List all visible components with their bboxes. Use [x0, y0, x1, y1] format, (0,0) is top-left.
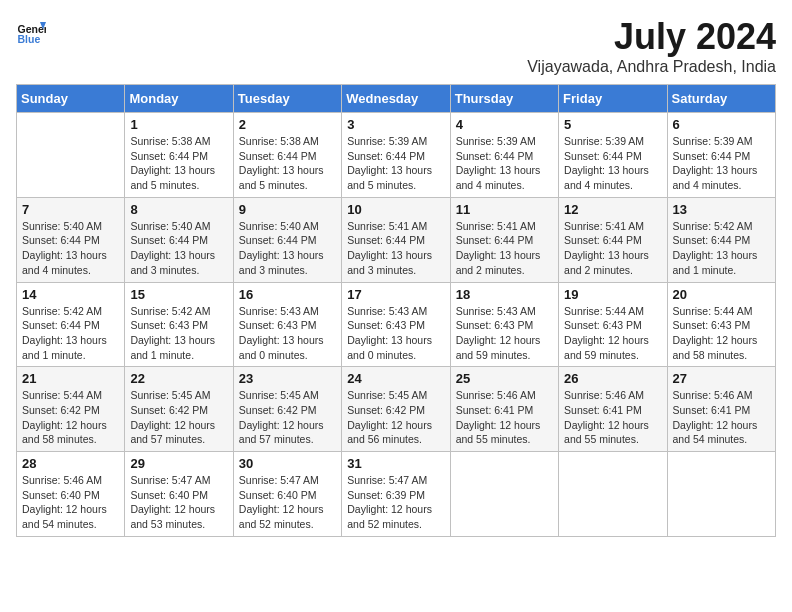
calendar-cell: 13Sunrise: 5:42 AM Sunset: 6:44 PM Dayli… [667, 197, 775, 282]
calendar-cell [667, 452, 775, 537]
weekday-header-thursday: Thursday [450, 85, 558, 113]
day-number: 12 [564, 202, 661, 217]
day-info: Sunrise: 5:46 AM Sunset: 6:41 PM Dayligh… [564, 388, 661, 447]
calendar-cell: 15Sunrise: 5:42 AM Sunset: 6:43 PM Dayli… [125, 282, 233, 367]
day-info: Sunrise: 5:43 AM Sunset: 6:43 PM Dayligh… [456, 304, 553, 363]
calendar-cell: 26Sunrise: 5:46 AM Sunset: 6:41 PM Dayli… [559, 367, 667, 452]
weekday-header-monday: Monday [125, 85, 233, 113]
day-info: Sunrise: 5:47 AM Sunset: 6:40 PM Dayligh… [239, 473, 336, 532]
calendar-week-row: 21Sunrise: 5:44 AM Sunset: 6:42 PM Dayli… [17, 367, 776, 452]
calendar-week-row: 7Sunrise: 5:40 AM Sunset: 6:44 PM Daylig… [17, 197, 776, 282]
location: Vijayawada, Andhra Pradesh, India [527, 58, 776, 76]
day-number: 19 [564, 287, 661, 302]
day-number: 13 [673, 202, 770, 217]
calendar-cell: 18Sunrise: 5:43 AM Sunset: 6:43 PM Dayli… [450, 282, 558, 367]
calendar-cell: 24Sunrise: 5:45 AM Sunset: 6:42 PM Dayli… [342, 367, 450, 452]
calendar-week-row: 14Sunrise: 5:42 AM Sunset: 6:44 PM Dayli… [17, 282, 776, 367]
title-block: July 2024 Vijayawada, Andhra Pradesh, In… [527, 16, 776, 76]
day-number: 25 [456, 371, 553, 386]
day-number: 8 [130, 202, 227, 217]
day-number: 24 [347, 371, 444, 386]
day-info: Sunrise: 5:41 AM Sunset: 6:44 PM Dayligh… [456, 219, 553, 278]
calendar-cell: 30Sunrise: 5:47 AM Sunset: 6:40 PM Dayli… [233, 452, 341, 537]
calendar-cell: 14Sunrise: 5:42 AM Sunset: 6:44 PM Dayli… [17, 282, 125, 367]
calendar-cell: 8Sunrise: 5:40 AM Sunset: 6:44 PM Daylig… [125, 197, 233, 282]
calendar-header-row: SundayMondayTuesdayWednesdayThursdayFrid… [17, 85, 776, 113]
svg-text:Blue: Blue [18, 33, 41, 45]
day-info: Sunrise: 5:44 AM Sunset: 6:42 PM Dayligh… [22, 388, 119, 447]
day-number: 15 [130, 287, 227, 302]
day-info: Sunrise: 5:47 AM Sunset: 6:40 PM Dayligh… [130, 473, 227, 532]
day-number: 23 [239, 371, 336, 386]
calendar-week-row: 28Sunrise: 5:46 AM Sunset: 6:40 PM Dayli… [17, 452, 776, 537]
day-number: 10 [347, 202, 444, 217]
day-info: Sunrise: 5:40 AM Sunset: 6:44 PM Dayligh… [239, 219, 336, 278]
day-info: Sunrise: 5:44 AM Sunset: 6:43 PM Dayligh… [564, 304, 661, 363]
day-info: Sunrise: 5:46 AM Sunset: 6:41 PM Dayligh… [673, 388, 770, 447]
calendar-cell [450, 452, 558, 537]
day-info: Sunrise: 5:38 AM Sunset: 6:44 PM Dayligh… [130, 134, 227, 193]
logo: General Blue [16, 16, 46, 46]
calendar-cell: 1Sunrise: 5:38 AM Sunset: 6:44 PM Daylig… [125, 113, 233, 198]
calendar-cell: 29Sunrise: 5:47 AM Sunset: 6:40 PM Dayli… [125, 452, 233, 537]
day-number: 21 [22, 371, 119, 386]
day-info: Sunrise: 5:39 AM Sunset: 6:44 PM Dayligh… [564, 134, 661, 193]
calendar-cell: 16Sunrise: 5:43 AM Sunset: 6:43 PM Dayli… [233, 282, 341, 367]
calendar-cell: 25Sunrise: 5:46 AM Sunset: 6:41 PM Dayli… [450, 367, 558, 452]
day-info: Sunrise: 5:47 AM Sunset: 6:39 PM Dayligh… [347, 473, 444, 532]
calendar-cell: 9Sunrise: 5:40 AM Sunset: 6:44 PM Daylig… [233, 197, 341, 282]
calendar-cell [559, 452, 667, 537]
weekday-header-wednesday: Wednesday [342, 85, 450, 113]
weekday-header-tuesday: Tuesday [233, 85, 341, 113]
day-info: Sunrise: 5:45 AM Sunset: 6:42 PM Dayligh… [239, 388, 336, 447]
calendar-cell: 23Sunrise: 5:45 AM Sunset: 6:42 PM Dayli… [233, 367, 341, 452]
day-number: 22 [130, 371, 227, 386]
month-title: July 2024 [527, 16, 776, 58]
day-number: 29 [130, 456, 227, 471]
calendar-cell: 12Sunrise: 5:41 AM Sunset: 6:44 PM Dayli… [559, 197, 667, 282]
calendar-week-row: 1Sunrise: 5:38 AM Sunset: 6:44 PM Daylig… [17, 113, 776, 198]
day-info: Sunrise: 5:46 AM Sunset: 6:41 PM Dayligh… [456, 388, 553, 447]
calendar-cell: 3Sunrise: 5:39 AM Sunset: 6:44 PM Daylig… [342, 113, 450, 198]
calendar-cell: 19Sunrise: 5:44 AM Sunset: 6:43 PM Dayli… [559, 282, 667, 367]
page-header: General Blue July 2024 Vijayawada, Andhr… [16, 16, 776, 76]
calendar-cell: 27Sunrise: 5:46 AM Sunset: 6:41 PM Dayli… [667, 367, 775, 452]
day-number: 26 [564, 371, 661, 386]
calendar-cell: 31Sunrise: 5:47 AM Sunset: 6:39 PM Dayli… [342, 452, 450, 537]
day-info: Sunrise: 5:41 AM Sunset: 6:44 PM Dayligh… [564, 219, 661, 278]
day-info: Sunrise: 5:40 AM Sunset: 6:44 PM Dayligh… [22, 219, 119, 278]
calendar-cell: 4Sunrise: 5:39 AM Sunset: 6:44 PM Daylig… [450, 113, 558, 198]
day-number: 31 [347, 456, 444, 471]
day-number: 5 [564, 117, 661, 132]
calendar-cell: 28Sunrise: 5:46 AM Sunset: 6:40 PM Dayli… [17, 452, 125, 537]
weekday-header-saturday: Saturday [667, 85, 775, 113]
calendar-cell [17, 113, 125, 198]
calendar-cell: 21Sunrise: 5:44 AM Sunset: 6:42 PM Dayli… [17, 367, 125, 452]
day-info: Sunrise: 5:42 AM Sunset: 6:43 PM Dayligh… [130, 304, 227, 363]
day-number: 11 [456, 202, 553, 217]
day-number: 4 [456, 117, 553, 132]
calendar-cell: 22Sunrise: 5:45 AM Sunset: 6:42 PM Dayli… [125, 367, 233, 452]
calendar-body: 1Sunrise: 5:38 AM Sunset: 6:44 PM Daylig… [17, 113, 776, 537]
day-info: Sunrise: 5:38 AM Sunset: 6:44 PM Dayligh… [239, 134, 336, 193]
day-info: Sunrise: 5:43 AM Sunset: 6:43 PM Dayligh… [347, 304, 444, 363]
day-number: 20 [673, 287, 770, 302]
logo-icon: General Blue [16, 16, 46, 46]
day-info: Sunrise: 5:46 AM Sunset: 6:40 PM Dayligh… [22, 473, 119, 532]
day-number: 1 [130, 117, 227, 132]
calendar-cell: 5Sunrise: 5:39 AM Sunset: 6:44 PM Daylig… [559, 113, 667, 198]
calendar-cell: 20Sunrise: 5:44 AM Sunset: 6:43 PM Dayli… [667, 282, 775, 367]
day-info: Sunrise: 5:43 AM Sunset: 6:43 PM Dayligh… [239, 304, 336, 363]
day-number: 27 [673, 371, 770, 386]
day-info: Sunrise: 5:45 AM Sunset: 6:42 PM Dayligh… [130, 388, 227, 447]
day-info: Sunrise: 5:39 AM Sunset: 6:44 PM Dayligh… [347, 134, 444, 193]
day-number: 9 [239, 202, 336, 217]
day-number: 18 [456, 287, 553, 302]
day-number: 6 [673, 117, 770, 132]
day-number: 3 [347, 117, 444, 132]
day-number: 2 [239, 117, 336, 132]
day-number: 17 [347, 287, 444, 302]
day-number: 28 [22, 456, 119, 471]
calendar-table: SundayMondayTuesdayWednesdayThursdayFrid… [16, 84, 776, 537]
weekday-header-friday: Friday [559, 85, 667, 113]
